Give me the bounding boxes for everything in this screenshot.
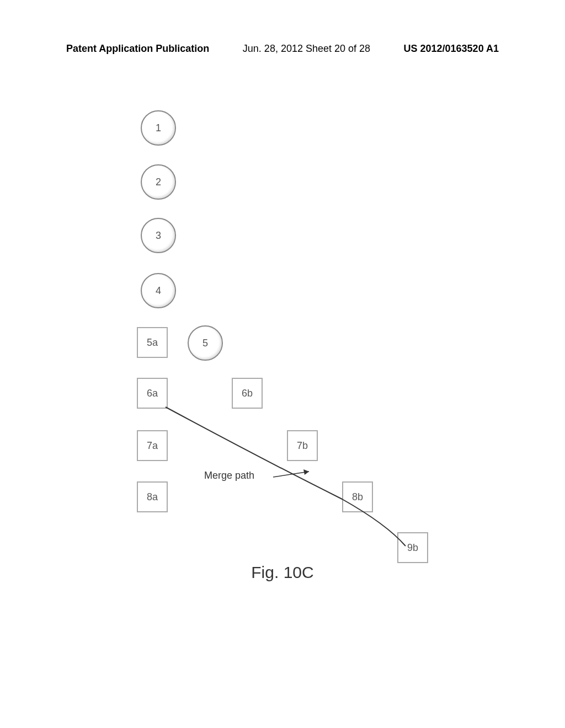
node-6a: 6a <box>137 378 168 409</box>
node-7b: 7b <box>287 430 318 461</box>
node-4-label: 4 <box>156 285 161 297</box>
page-header: Patent Application Publication Jun. 28, … <box>66 43 499 55</box>
node-1: 1 <box>141 110 176 146</box>
node-9b: 9b <box>397 532 428 563</box>
node-4: 4 <box>141 273 176 308</box>
node-7a: 7a <box>137 430 168 461</box>
node-8a-label: 8a <box>147 491 158 503</box>
node-8b-label: 8b <box>352 491 363 503</box>
svg-marker-0 <box>303 469 309 475</box>
merge-path-line <box>0 105 565 574</box>
diagram: 1 2 3 4 5 5a 6a 7a 8a 6b 7b 8b 9b Merge … <box>0 105 565 574</box>
merge-path-label: Merge path <box>204 470 254 481</box>
node-8b: 8b <box>342 481 373 512</box>
node-6a-label: 6a <box>147 388 158 399</box>
node-7b-label: 7b <box>297 440 308 452</box>
node-6b-label: 6b <box>242 388 253 399</box>
header-right-text: US 2012/0163520 A1 <box>404 43 499 55</box>
node-8a: 8a <box>137 481 168 512</box>
node-5a: 5a <box>137 327 168 358</box>
header-center-text: Jun. 28, 2012 Sheet 20 of 28 <box>243 43 370 55</box>
node-9b-label: 9b <box>407 542 418 554</box>
node-5: 5 <box>188 325 223 361</box>
node-7a-label: 7a <box>147 440 158 452</box>
node-2-label: 2 <box>156 176 161 188</box>
node-3-label: 3 <box>156 230 161 242</box>
node-2: 2 <box>141 164 176 200</box>
header-left-text: Patent Application Publication <box>66 43 209 55</box>
node-6b: 6b <box>232 378 263 409</box>
node-5-label: 5 <box>202 338 208 349</box>
figure-caption: Fig. 10C <box>0 563 565 582</box>
node-1-label: 1 <box>156 122 161 134</box>
node-5a-label: 5a <box>147 337 158 349</box>
node-3: 3 <box>141 218 176 253</box>
